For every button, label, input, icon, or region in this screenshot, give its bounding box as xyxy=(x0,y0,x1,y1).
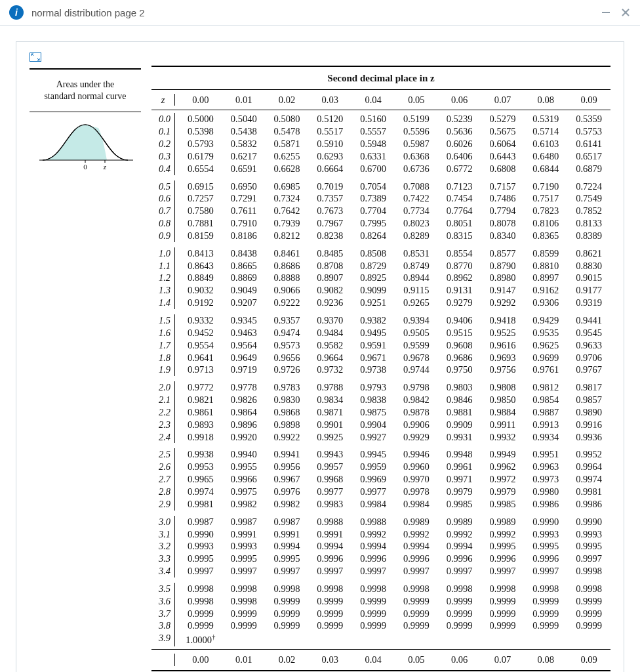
value-cell: 0.9992 xyxy=(395,528,438,541)
table-row: 1.00.84130.84380.84610.84850.85080.85310… xyxy=(151,247,610,260)
value-cell: 0.9066 xyxy=(266,284,309,297)
value-cell: 0.9963 xyxy=(524,461,567,473)
z-table: Areas under the standard normal curve 0 … xyxy=(30,66,610,671)
value-cell: 0.9971 xyxy=(438,473,481,486)
value-cell: 0.9994 xyxy=(438,540,481,553)
value-cell: 0.9995 xyxy=(266,553,309,565)
value-cell: 0.9997 xyxy=(524,565,567,578)
z-cell: 2.7 xyxy=(151,473,175,486)
table-row: 2.10.98210.98260.98300.98340.98380.98420… xyxy=(151,394,610,406)
value-cell: 0.9998 xyxy=(179,595,222,608)
value-cell: 0.9418 xyxy=(481,314,525,327)
value-cell: 0.9979 xyxy=(438,486,481,498)
value-cell: 0.8869 xyxy=(222,272,266,284)
value-cell: 0.9931 xyxy=(438,431,481,444)
value-cell: 0.9830 xyxy=(266,394,309,406)
value-cell: 0.9988 xyxy=(351,516,395,528)
value-cell: 0.9997 xyxy=(179,565,222,578)
value-cell: 0.8461 xyxy=(266,247,309,260)
z-cell: 3.4 xyxy=(151,565,175,578)
z-cell: 0.2 xyxy=(151,138,175,150)
value-cell: 0.9788 xyxy=(308,381,351,394)
value-cell: 0.9945 xyxy=(351,448,395,461)
value-cell: 0.5478 xyxy=(266,125,309,138)
value-cell: 0.8749 xyxy=(395,260,438,272)
z-cell: 0.7 xyxy=(151,205,175,217)
value-cell: 0.9999 xyxy=(567,608,610,620)
value-cell: 0.9978 xyxy=(395,486,438,498)
value-cell: 0.8944 xyxy=(395,272,438,284)
value-cell: 0.9641 xyxy=(179,352,222,364)
table-row: 0.80.78810.79100.79390.79670.79950.80230… xyxy=(151,217,610,230)
value-cell: 0.8790 xyxy=(481,260,525,272)
value-cell: 0.9984 xyxy=(395,498,438,511)
value-cell: 0.9999 xyxy=(481,620,525,632)
svg-rect-0 xyxy=(602,12,610,13)
value-cell: 0.9989 xyxy=(481,516,525,528)
value-cell: 0.9515 xyxy=(438,327,481,339)
value-cell: 0.9909 xyxy=(438,419,481,431)
value-cell: 0.9901 xyxy=(308,419,351,431)
column-footer: 0.03 xyxy=(308,654,351,666)
minimize-button[interactable] xyxy=(599,6,612,19)
value-cell: 0.5239 xyxy=(438,113,481,125)
value-cell: 0.7939 xyxy=(266,217,309,230)
value-cell: 0.9995 xyxy=(567,540,610,553)
value-cell: 0.9982 xyxy=(266,498,309,511)
value-cell: 0.7549 xyxy=(567,192,610,205)
value-cell: 0.9977 xyxy=(308,486,351,498)
table-row-group: 1.50.93320.93450.93570.93700.93820.93940… xyxy=(151,312,610,379)
value-cell: 0.7389 xyxy=(351,192,395,205)
value-cell: 0.7123 xyxy=(438,180,481,193)
value-cell: 0.5398 xyxy=(179,125,222,138)
expand-icon[interactable] xyxy=(30,52,41,62)
value-cell: 0.9992 xyxy=(438,528,481,541)
value-cell: 0.9370 xyxy=(308,314,351,327)
value-cell: 0.9783 xyxy=(266,381,309,394)
value-cell: 0.6736 xyxy=(395,163,438,175)
side-label-line1: Areas under the xyxy=(56,79,115,89)
value-cell: 0.9850 xyxy=(481,394,525,406)
value-cell: 0.9994 xyxy=(395,540,438,553)
z-cell: 3.6 xyxy=(151,595,175,608)
value-cell: 0.9991 xyxy=(266,528,309,541)
value-cell: 0.9925 xyxy=(308,431,351,444)
table-row: 2.80.99740.99750.99760.99770.99770.99780… xyxy=(151,486,610,498)
value-cell: 0.7486 xyxy=(481,192,525,205)
z-cell: 0.0 xyxy=(151,113,175,125)
table-row: 2.70.99650.99660.99670.99680.99690.99700… xyxy=(151,473,610,486)
value-cell: 0.7422 xyxy=(395,192,438,205)
value-cell: 0.9984 xyxy=(351,498,395,511)
axis-label-z: z xyxy=(103,163,107,171)
value-cell: 0.8413 xyxy=(179,247,222,260)
value-cell: 0.9998 xyxy=(308,583,351,595)
value-cell: 0.9981 xyxy=(567,486,610,498)
value-cell: 0.9608 xyxy=(438,339,481,352)
value-cell: 0.9999 xyxy=(351,608,395,620)
value-cell: 0.8159 xyxy=(179,230,222,242)
value-cell: 0.6985 xyxy=(266,180,309,193)
value-cell: 0.9265 xyxy=(395,297,438,309)
value-cell: 0.5438 xyxy=(222,125,266,138)
close-button[interactable] xyxy=(619,6,632,19)
table-row: 1.50.93320.93450.93570.93700.93820.93940… xyxy=(151,314,610,327)
z-cell: 3.0 xyxy=(151,516,175,528)
value-cell: 0.9989 xyxy=(395,516,438,528)
table-row: 1.40.91920.92070.92220.92360.92510.92650… xyxy=(151,297,610,309)
value-cell: 0.8051 xyxy=(438,217,481,230)
value-cell: 0.8438 xyxy=(222,247,266,260)
value-cell xyxy=(567,632,610,646)
value-cell: 0.9995 xyxy=(524,540,567,553)
value-cell: 0.9999 xyxy=(179,608,222,620)
value-cell: 0.9974 xyxy=(179,486,222,498)
value-cell: 0.9999 xyxy=(308,595,351,608)
value-cell: 0.9988 xyxy=(308,516,351,528)
z-cell: 0.1 xyxy=(151,125,175,138)
z-cell: 2.6 xyxy=(151,461,175,473)
value-cell: 0.7224 xyxy=(567,180,610,193)
z-cell: 2.2 xyxy=(151,406,175,419)
z-cell: 2.8 xyxy=(151,486,175,498)
value-cell xyxy=(524,632,567,646)
value-cell: 0.7291 xyxy=(222,192,266,205)
value-cell: 0.9625 xyxy=(524,339,567,352)
